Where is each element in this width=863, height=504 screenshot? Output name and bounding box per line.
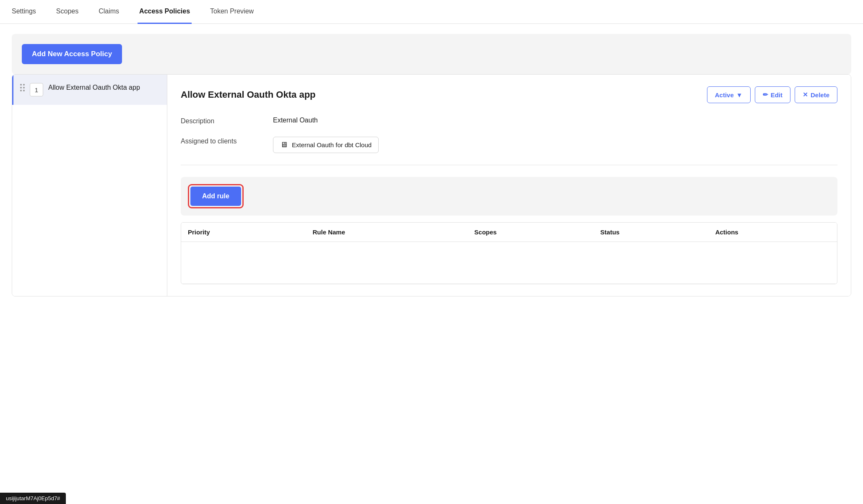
policy-list-item[interactable]: 1 Allow External Oauth Okta app bbox=[12, 75, 167, 105]
col-priority: Priority bbox=[181, 223, 306, 242]
section-divider bbox=[181, 165, 837, 165]
col-status: Status bbox=[594, 223, 709, 242]
edit-label: Edit bbox=[771, 91, 782, 99]
col-actions: Actions bbox=[709, 223, 837, 242]
active-label: Active bbox=[715, 91, 734, 99]
policy-detail: Allow External Oauth Okta app Active ▼ ✏… bbox=[167, 75, 851, 296]
col-scopes: Scopes bbox=[468, 223, 594, 242]
monitor-icon: 🖥 bbox=[280, 140, 288, 149]
top-bar: Add New Access Policy bbox=[12, 34, 851, 74]
active-status-button[interactable]: Active ▼ bbox=[707, 86, 751, 103]
rules-table: Priority Rule Name Scopes Status Actions bbox=[181, 223, 837, 284]
policy-number: 1 bbox=[30, 83, 43, 96]
top-navigation: Settings Scopes Claims Access Policies T… bbox=[0, 0, 863, 24]
tab-settings[interactable]: Settings bbox=[10, 0, 38, 24]
table-header-row: Priority Rule Name Scopes Status Actions bbox=[181, 223, 837, 242]
main-content: Add New Access Policy 1 Allow External O… bbox=[0, 24, 863, 307]
assigned-clients-field: Assigned to clients 🖥 External Oauth for… bbox=[181, 137, 837, 153]
description-value: External Oauth bbox=[273, 117, 318, 124]
delete-icon: ✕ bbox=[803, 91, 808, 99]
col-rule-name: Rule Name bbox=[306, 223, 468, 242]
active-dropdown-icon: ▼ bbox=[736, 91, 743, 99]
detail-header: Allow External Oauth Okta app Active ▼ ✏… bbox=[181, 86, 837, 103]
tab-token-preview[interactable]: Token Preview bbox=[208, 0, 255, 24]
detail-actions: Active ▼ ✏ Edit ✕ Delete bbox=[707, 86, 837, 103]
delete-label: Delete bbox=[811, 91, 829, 99]
policy-name: Allow External Oauth Okta app bbox=[48, 83, 140, 92]
delete-button[interactable]: ✕ Delete bbox=[795, 86, 837, 103]
description-field: Description External Oauth bbox=[181, 117, 837, 125]
assigned-label: Assigned to clients bbox=[181, 137, 273, 145]
rules-section: Add rule bbox=[181, 177, 837, 216]
tab-claims[interactable]: Claims bbox=[97, 0, 121, 24]
edit-icon: ✏ bbox=[763, 91, 768, 99]
client-badge: 🖥 External Oauth for dbt Cloud bbox=[273, 137, 379, 153]
client-name: External Oauth for dbt Cloud bbox=[292, 141, 372, 148]
tab-scopes[interactable]: Scopes bbox=[55, 0, 80, 24]
edit-button[interactable]: ✏ Edit bbox=[755, 86, 790, 103]
description-label: Description bbox=[181, 117, 273, 125]
add-new-access-policy-button[interactable]: Add New Access Policy bbox=[22, 44, 122, 64]
add-rule-button[interactable]: Add rule bbox=[190, 187, 241, 206]
rules-table-container: Priority Rule Name Scopes Status Actions bbox=[181, 222, 837, 284]
content-area: 1 Allow External Oauth Okta app Allow Ex… bbox=[12, 74, 851, 296]
add-rule-button-wrapper: Add rule bbox=[189, 185, 242, 207]
table-empty-row bbox=[181, 242, 837, 284]
tab-access-policies[interactable]: Access Policies bbox=[138, 0, 192, 24]
detail-title: Allow External Oauth Okta app bbox=[181, 89, 316, 100]
policy-list: 1 Allow External Oauth Okta app bbox=[12, 75, 167, 296]
drag-handle-icon[interactable] bbox=[20, 84, 25, 91]
